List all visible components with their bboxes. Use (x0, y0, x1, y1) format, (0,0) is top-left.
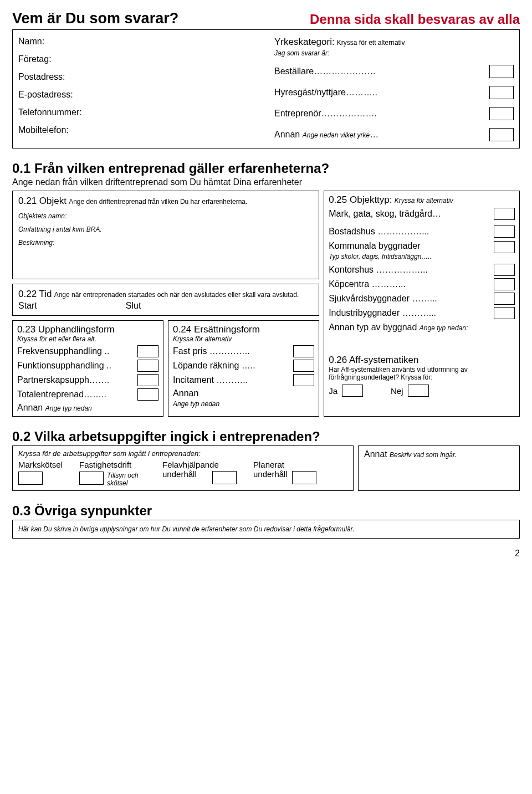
b21-objektnamn: Objektets namn: (18, 212, 313, 220)
field-foretag: Företag: (18, 54, 258, 64)
b21-omfattning: Omfattning i antal kvm BRA: (18, 226, 313, 233)
checkbox-mark[interactable] (494, 208, 515, 220)
checkbox-total[interactable] (137, 388, 158, 401)
b25-opt: Kommunala byggnader (329, 241, 420, 250)
b22-slut: Slut (126, 301, 141, 311)
yrkes-title-hint: Kryssa för ett alternativ (337, 39, 405, 47)
yrkes-opt-annan: Annan Ange nedan vilket yrke… (274, 128, 514, 141)
b22-title: 0.22 Tid (18, 289, 52, 299)
checkbox-bostad[interactable] (494, 226, 515, 238)
checkbox-funktion[interactable] (137, 360, 158, 372)
checkbox-fastpris[interactable] (293, 345, 314, 357)
b25-title-row: 0.25 Objekttyp: Kryssa för alternativ (329, 194, 515, 206)
box-023-upphandling: 0.23 Upphandlingsform Kryssa för ett ell… (12, 320, 163, 417)
field-epost: E-postadress: (18, 90, 258, 100)
b25-komm-wrap: Kommunala byggnader Typ skolor, dagis, f… (329, 241, 432, 260)
b24-opt: Löpande räkning ….. (173, 361, 255, 371)
field-namn: Namn: (18, 37, 258, 47)
checkbox-incitament[interactable] (293, 374, 314, 386)
b26-ja-label: Ja (329, 386, 337, 396)
checkbox-annan-yrke[interactable] (489, 128, 514, 141)
section-01-heading: 0.1 Från vilken entreprenad gäller erfar… (12, 161, 520, 176)
b25-komm-hint: Typ skolor, dagis, fritidsanläggn….. (329, 253, 432, 260)
page-number: 2 (12, 549, 520, 559)
b25-title: 0.25 Objekttyp: (329, 194, 392, 205)
checkbox-aff-ja[interactable] (342, 385, 363, 397)
task-label: Fastighetsdrift (79, 460, 146, 469)
checkbox-kopcentra[interactable] (494, 278, 515, 290)
yrkes-title-row: Yrkeskategori: Kryssa för ett alternativ… (274, 37, 514, 57)
section-02-heading: 0.2 Vilka arbetsuppgifter ingick i entre… (12, 429, 520, 444)
b21-title-row: 0.21 Objekt Ange den driftentreprenad fr… (18, 196, 313, 207)
b25-annan: Annan typ av byggnad (329, 322, 420, 332)
checkbox-industri[interactable] (494, 307, 515, 319)
checkbox-bestallare[interactable] (489, 65, 514, 78)
yrkes-opt-label: Beställare………………… (274, 66, 376, 76)
task-label: Markskötsel (18, 460, 63, 469)
section-03-heading: 0.3 Övriga synpunkter (12, 503, 520, 519)
s02-annat-hint: Beskriv vad som ingår. (390, 451, 457, 459)
b26-nej-label: Nej (391, 386, 403, 396)
b25-opt: Industribyggnader ………... (329, 308, 436, 318)
b23-opt: Totalentreprenad…….. (17, 390, 106, 399)
checkbox-hyresgast[interactable] (489, 86, 514, 99)
b23-opt: Partnerskapsupph……. (17, 375, 109, 385)
field-mobil: Mobiltelefon: (18, 125, 258, 135)
b24-annan: Annan (173, 388, 198, 398)
checkbox-frekvens[interactable] (137, 345, 158, 357)
task-tillsyn: Tillsyn och skötsel (107, 472, 146, 487)
b25-opt: Bostadshus ……………... (329, 227, 429, 237)
b23-annan-hint: Ange typ nedan (45, 404, 92, 412)
checkbox-planerat[interactable] (292, 471, 316, 484)
b26-title: 0.26 Aff-systematiken (329, 355, 515, 366)
task-markskotsel: Markskötsel (18, 460, 63, 487)
yrkes-sub: Jag som svarar är: (274, 49, 329, 57)
b22-hint: Ange när entreprenaden startades och när… (54, 291, 299, 299)
checkbox-kontor[interactable] (494, 264, 515, 276)
box-025-objekttyp: 0.25 Objekttyp: Kryssa för alternativ Ma… (324, 191, 520, 417)
task-felavhjalp: Felavhjälpandeunderhåll (162, 460, 237, 487)
checkbox-sjukvard[interactable] (494, 293, 515, 305)
box-022-tid: 0.22 Tid Ange när entreprenaden startade… (12, 284, 319, 316)
section-01-sub: Ange nedan från vilken driftentreprenad … (12, 177, 520, 187)
b23-opt: Funktionsupphandling .. (17, 361, 111, 371)
yrkes-opt-hyresgast: Hyresgäst/nyttjare……….. (274, 86, 514, 99)
b25-opt: Köpcentra ………... (329, 279, 406, 289)
b22-start: Start (18, 301, 37, 311)
page-title-right: Denna sida skall besvaras av alla (310, 12, 520, 27)
checkbox-markskotsel[interactable] (18, 472, 43, 485)
box-02-tasks: Kryssa för de arbetsuppgifter som ingått… (12, 445, 354, 491)
box-02-annat: Annat Beskriv vad som ingår. (358, 445, 520, 491)
b21-title: 0.21 Objekt (18, 196, 66, 206)
b23-opt: Frekvensupphandling .. (17, 346, 109, 356)
b24-opt: Incitament ……….. (173, 375, 248, 385)
s02-annat: Annat (364, 449, 387, 459)
checkbox-partner[interactable] (137, 374, 158, 386)
b25-hint: Kryssa för alternativ (395, 197, 453, 204)
b24-hint: Kryssa för alternativ (173, 335, 314, 343)
b24-annan-hint: Ange typ nedan (173, 400, 219, 408)
checkbox-fastighetsdrift[interactable] (79, 472, 104, 485)
checkbox-entreprenor[interactable] (489, 107, 514, 120)
yrkes-opt-label: Annan Ange nedan vilket yrke… (274, 130, 378, 140)
b23-hint: Kryssa för ett eller flera alt. (17, 335, 158, 343)
b25-mark: Mark, gata, skog, trädgård… (329, 209, 441, 219)
checkbox-lopande[interactable] (293, 360, 314, 372)
b24-title: 0.24 Ersättningsform (173, 324, 314, 335)
respondent-box: Namn: Företag: Postadress: E-postadress:… (12, 29, 520, 148)
checkbox-aff-nej[interactable] (408, 385, 429, 397)
checkbox-felavhjalp[interactable] (212, 471, 237, 484)
box-021-objekt: 0.21 Objekt Ange den driftentreprenad fr… (12, 191, 319, 279)
b21-hint: Ange den driftentreprenad från vilken Du… (69, 198, 247, 206)
page-title-left: Vem är Du som svarar? (12, 10, 178, 27)
yrkeskategori: Yrkeskategori: Kryssa för ett alternativ… (274, 34, 514, 144)
yrkes-opt-label: Entreprenör………………. (274, 109, 377, 119)
s03-hint: Här kan Du skriva in övriga upplysningar… (18, 525, 355, 533)
b23-title: 0.23 Upphandlingsform (17, 324, 158, 335)
box-03-ovriga: Här kan Du skriva in övriga upplysningar… (12, 520, 520, 539)
checkbox-kommunal[interactable] (494, 241, 515, 253)
yrkes-title: Yrkeskategori: (274, 37, 335, 47)
b21-beskrivning: Beskrivning: (18, 239, 313, 247)
task-planerat: Planeratunderhåll (253, 460, 316, 487)
b24-opt: Fast pris ………….. (173, 346, 250, 356)
